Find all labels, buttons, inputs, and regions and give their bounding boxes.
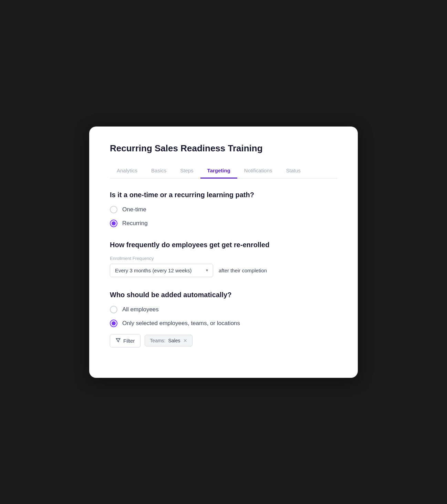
frequency-section: How frequently do employees get get re-e… — [110, 241, 337, 277]
tag-close-icon[interactable]: ✕ — [183, 338, 187, 343]
radio-circle-recurring — [110, 220, 117, 227]
filter-row: Filter Teams: Sales ✕ — [110, 334, 337, 347]
radio-all-employees[interactable]: All employees — [110, 306, 337, 313]
tab-basics[interactable]: Basics — [144, 163, 173, 179]
tag-value: Sales — [168, 338, 180, 343]
radio-circle-one-time — [110, 206, 117, 213]
frequency-title: How frequently do employees get get re-e… — [110, 241, 337, 249]
frequency-dropdown[interactable]: Every 3 months (every 12 weeks) ▾ — [110, 264, 213, 277]
tab-status[interactable]: Status — [279, 163, 308, 179]
radio-label-one-time: One-time — [122, 206, 146, 213]
learning-path-title: Is it a one-time or a recurring learning… — [110, 191, 337, 199]
radio-selected-employees[interactable]: Only selected employees, teams, or locat… — [110, 320, 337, 327]
filter-button-label: Filter — [123, 338, 135, 344]
radio-label-selected: Only selected employees, teams, or locat… — [122, 320, 240, 327]
who-added-section: Who should be added automatically? All e… — [110, 291, 337, 347]
main-card: Recurring Sales Readiness Training Analy… — [89, 127, 358, 378]
filter-button[interactable]: Filter — [110, 334, 141, 347]
dropdown-value: Every 3 months (every 12 weeks) — [115, 268, 192, 273]
radio-circle-all — [110, 306, 117, 313]
tab-bar: Analytics Basics Steps Targeting Notific… — [110, 163, 337, 179]
tab-notifications[interactable]: Notifications — [237, 163, 279, 179]
radio-label-recurring: Recurring — [122, 220, 148, 227]
tab-steps[interactable]: Steps — [173, 163, 200, 179]
who-added-options: All employees Only selected employees, t… — [110, 306, 337, 327]
chevron-down-icon: ▾ — [206, 268, 208, 273]
frequency-field-label: Enrollment Frequency — [110, 256, 337, 261]
learning-path-section: Is it a one-time or a recurring learning… — [110, 191, 337, 227]
radio-inner-recurring — [112, 221, 116, 225]
who-added-title: Who should be added automatically? — [110, 291, 337, 299]
tab-analytics[interactable]: Analytics — [110, 163, 144, 179]
filter-icon — [116, 338, 121, 344]
after-completion-text: after their completion — [219, 268, 267, 273]
radio-label-all: All employees — [122, 306, 159, 313]
radio-inner-selected — [112, 321, 116, 325]
tab-targeting[interactable]: Targeting — [200, 163, 237, 179]
learning-path-options: One-time Recurring — [110, 206, 337, 227]
tag-label: Teams: — [150, 338, 165, 343]
radio-circle-selected — [110, 320, 117, 327]
page-title: Recurring Sales Readiness Training — [110, 143, 337, 154]
radio-recurring[interactable]: Recurring — [110, 220, 337, 227]
teams-sales-tag: Teams: Sales ✕ — [145, 335, 192, 346]
frequency-row: Every 3 months (every 12 weeks) ▾ after … — [110, 264, 337, 277]
radio-one-time[interactable]: One-time — [110, 206, 337, 213]
